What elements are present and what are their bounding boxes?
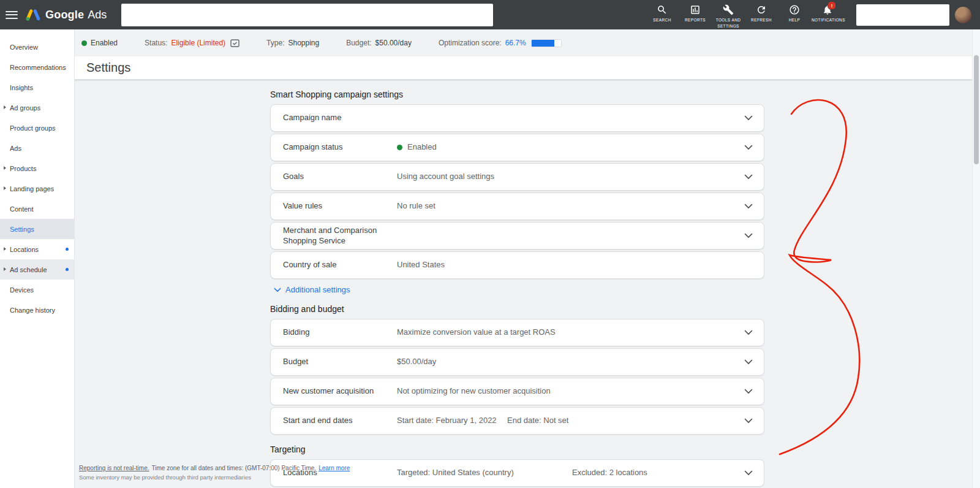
chevron-down-icon[interactable] bbox=[738, 233, 753, 238]
reporting-not-realtime-link[interactable]: Reporting is not real-time. bbox=[79, 465, 149, 471]
refresh-icon bbox=[756, 4, 767, 15]
row-label: Campaign name bbox=[283, 113, 397, 123]
topnav-search[interactable]: SEARCH bbox=[646, 0, 679, 23]
notification-badge: ! bbox=[827, 1, 836, 10]
enabled-dot-icon bbox=[397, 145, 402, 150]
chevron-down-icon[interactable] bbox=[738, 418, 753, 424]
topnav-tools-and-settings[interactable]: TOOLS AND SETTINGS bbox=[712, 0, 745, 29]
sidebar-item-label: Content bbox=[10, 205, 34, 213]
setting-row-campaign-name[interactable]: Campaign name bbox=[270, 104, 764, 132]
row-label: Campaign status bbox=[283, 142, 397, 153]
chevron-down-icon[interactable] bbox=[738, 389, 753, 394]
row-value-secondary: End date: Not set bbox=[507, 416, 568, 426]
section-heading-bidding: Bidding and budget bbox=[270, 304, 764, 314]
optimization-progress-bar bbox=[531, 39, 562, 47]
campaign-budget-chip[interactable]: Budget: $50.00/day bbox=[346, 39, 412, 47]
page-title: Settings bbox=[86, 61, 130, 75]
setting-row-bidding[interactable]: Bidding Maximize conversion value at a t… bbox=[270, 319, 764, 346]
chevron-down-icon[interactable] bbox=[738, 330, 753, 335]
additional-settings-toggle[interactable]: Additional settings bbox=[274, 285, 350, 294]
campaign-status-chip[interactable]: Status: Eligible (Limited) bbox=[145, 39, 239, 47]
setting-row-campaign-status[interactable]: Campaign status Enabled bbox=[270, 134, 764, 161]
learn-more-link[interactable]: Learn more bbox=[318, 465, 350, 471]
setting-row-start-end-dates[interactable]: Start and end dates Start date: February… bbox=[270, 407, 764, 435]
chevron-down-icon[interactable] bbox=[738, 470, 753, 476]
chevron-down-icon[interactable] bbox=[738, 359, 753, 365]
topbar: Google Ads SEARCH REPORTS TOOLS AND SETT… bbox=[0, 0, 980, 29]
sidebar-item-label: Devices bbox=[10, 286, 34, 294]
sidebar-item-product-groups[interactable]: Product groups bbox=[0, 118, 74, 138]
sidebar-item-label: Insights bbox=[10, 84, 33, 91]
sidebar-item-label: Ad schedule bbox=[10, 266, 47, 273]
settings-content: Smart Shopping campaign settings Campaig… bbox=[74, 80, 980, 487]
sidebar-item-locations[interactable]: Locations bbox=[0, 239, 74, 259]
row-value: Not optimizing for new customer acquisit… bbox=[397, 386, 551, 397]
budget-value: $50.00/day bbox=[375, 39, 412, 47]
sidebar-item-label: Settings bbox=[10, 226, 34, 233]
chevron-down-icon[interactable] bbox=[738, 174, 753, 180]
campaign-enabled-chip[interactable]: Enabled bbox=[81, 39, 118, 47]
campaign-status-bar: Enabled Status: Eligible (Limited) Type:… bbox=[74, 29, 980, 56]
topnav-help[interactable]: HELP bbox=[778, 0, 811, 23]
row-value: Using account goal settings bbox=[397, 172, 494, 182]
topnav-label: NOTIFICATIONS bbox=[812, 17, 843, 23]
sidebar-item-products[interactable]: Products bbox=[0, 158, 74, 178]
setting-row-value-rules[interactable]: Value rules No rule set bbox=[270, 193, 764, 220]
row-value: No rule set bbox=[397, 201, 435, 212]
additional-settings-label: Additional settings bbox=[285, 285, 350, 294]
chevron-down-icon[interactable] bbox=[738, 204, 753, 209]
sidebar: Overview Recommendations Insights Ad gro… bbox=[0, 29, 75, 488]
sidebar-item-insights[interactable]: Insights bbox=[0, 77, 74, 97]
sidebar-item-change-history[interactable]: Change history bbox=[0, 300, 74, 320]
topbar-search-input[interactable] bbox=[121, 4, 493, 26]
section-heading-smart-shopping: Smart Shopping campaign settings bbox=[270, 90, 764, 99]
optimization-score-chip[interactable]: Optimization score: 66.7% bbox=[439, 39, 562, 47]
setting-row-budget[interactable]: Budget $50.00/day bbox=[270, 348, 764, 376]
sidebar-item-ads[interactable]: Ads bbox=[0, 138, 74, 158]
chevron-down-icon[interactable] bbox=[738, 145, 753, 150]
type-label: Type: bbox=[266, 39, 284, 47]
row-value: Enabled bbox=[397, 142, 437, 153]
topnav-reports[interactable]: REPORTS bbox=[679, 0, 712, 23]
google-ads-logo[interactable]: Google Ads bbox=[26, 9, 107, 21]
main-area: Enabled Status: Eligible (Limited) Type:… bbox=[74, 29, 980, 488]
row-value: Start date: February 1, 2022 bbox=[397, 416, 507, 426]
optimization-value: 66.7% bbox=[505, 39, 526, 47]
topnav-refresh[interactable]: REFRESH bbox=[745, 0, 778, 23]
status-value: Eligible (Limited) bbox=[171, 39, 225, 47]
optimization-label: Optimization score: bbox=[439, 39, 502, 47]
setting-row-country-of-sale[interactable]: Country of sale United States bbox=[270, 251, 764, 279]
sidebar-item-recommendations[interactable]: Recommendations bbox=[0, 57, 74, 77]
sidebar-item-ad-groups[interactable]: Ad groups bbox=[0, 97, 74, 118]
topnav-notifications[interactable]: ! NOTIFICATIONS bbox=[811, 0, 844, 23]
scrollbar-thumb[interactable] bbox=[974, 55, 979, 164]
row-label: New customer acquisition bbox=[283, 386, 397, 397]
campaign-type-chip[interactable]: Type: Shopping bbox=[266, 39, 319, 47]
setting-row-merchant-shopping-service[interactable]: Merchant and Comparison Shopping Service bbox=[270, 222, 764, 250]
setting-row-new-customer-acquisition[interactable]: New customer acquisition Not optimizing … bbox=[270, 378, 764, 405]
row-value: $50.00/day bbox=[397, 357, 436, 367]
row-value: Maximize conversion value at a target RO… bbox=[397, 327, 556, 338]
policy-details-icon[interactable] bbox=[230, 39, 239, 47]
help-icon bbox=[789, 4, 800, 15]
avatar[interactable] bbox=[955, 7, 971, 23]
sidebar-item-overview[interactable]: Overview bbox=[0, 37, 74, 57]
row-value-secondary: Excluded: 2 locations bbox=[572, 468, 647, 478]
sidebar-item-ad-schedule[interactable]: Ad schedule bbox=[0, 259, 74, 280]
sidebar-item-devices[interactable]: Devices bbox=[0, 280, 74, 300]
wrench-icon bbox=[723, 4, 734, 15]
chevron-down-icon[interactable] bbox=[738, 115, 753, 121]
brand-ads: Ads bbox=[88, 9, 107, 21]
row-label: Budget bbox=[283, 357, 397, 367]
optimization-progress-fill bbox=[532, 40, 554, 47]
setting-row-goals[interactable]: Goals Using account goal settings bbox=[270, 163, 764, 191]
type-value: Shopping bbox=[288, 39, 319, 47]
sidebar-item-content[interactable]: Content bbox=[0, 199, 74, 219]
enabled-label: Enabled bbox=[91, 39, 118, 47]
menu-icon[interactable] bbox=[6, 11, 18, 19]
account-selector[interactable] bbox=[856, 4, 949, 26]
row-label: Country of sale bbox=[283, 260, 397, 270]
sidebar-item-settings[interactable]: Settings bbox=[0, 219, 74, 239]
vertical-scrollbar bbox=[972, 29, 980, 488]
sidebar-item-landing-pages[interactable]: Landing pages bbox=[0, 178, 74, 199]
